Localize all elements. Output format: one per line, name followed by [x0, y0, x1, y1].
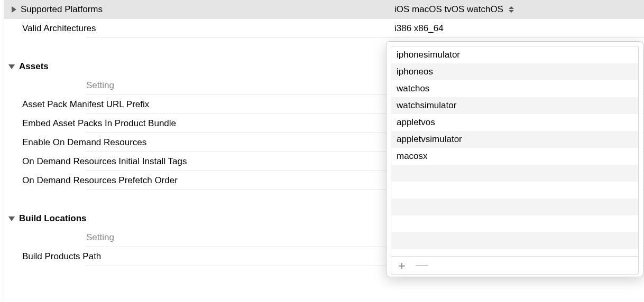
list-item[interactable]: iphoneos: [391, 63, 638, 80]
list-item-label: iphoneos: [397, 67, 433, 77]
chevron-down-icon[interactable]: [8, 64, 15, 69]
setting-column-header: Setting: [86, 80, 114, 91]
row-divider: [86, 37, 644, 38]
list-item[interactable]: appletvos: [391, 114, 638, 131]
list-item[interactable]: iphonesimulator: [391, 46, 638, 63]
list-item[interactable]: appletvsimulator: [391, 131, 638, 148]
list-item-empty: [391, 165, 638, 182]
setting-column-header: Setting: [86, 232, 114, 243]
section-title: Build Locations: [19, 213, 87, 224]
list-item-label: watchos: [397, 83, 429, 94]
setting-value[interactable]: iOS macOS tvOS watchOS: [394, 4, 503, 15]
list-item-empty: [391, 199, 638, 215]
platforms-list[interactable]: iphonesimulator iphoneos watchos watchsi…: [391, 46, 639, 257]
list-item-label: appletvsimulator: [397, 134, 462, 145]
list-item[interactable]: macosx: [391, 148, 638, 165]
chevron-down-icon[interactable]: [8, 216, 15, 221]
setting-label: Embed Asset Packs In Product Bundle: [22, 118, 176, 129]
row-supported-platforms[interactable]: Supported Platforms iOS macOS tvOS watch…: [4, 0, 644, 19]
list-item-empty: [391, 215, 638, 232]
left-gutter: [0, 0, 4, 302]
section-title: Assets: [19, 61, 49, 72]
list-item-empty: [391, 182, 638, 199]
setting-label: Asset Pack Manifest URL Prefix: [22, 99, 149, 110]
setting-label: On Demand Resources Initial Install Tags: [22, 156, 187, 167]
chevron-right-icon[interactable]: [12, 6, 16, 13]
list-item-label: iphonesimulator: [397, 50, 460, 60]
setting-label: Enable On Demand Resources: [22, 137, 146, 148]
list-item-label: macosx: [397, 151, 428, 162]
setting-label: Build Products Path: [22, 251, 101, 262]
list-item-label: appletvos: [397, 117, 435, 128]
popover-toolbar: ＋ —: [391, 257, 639, 275]
stepper-icon[interactable]: [508, 6, 515, 13]
row-valid-architectures[interactable]: Valid Architectures i386 x86_64: [4, 19, 644, 38]
minus-icon[interactable]: —: [417, 259, 427, 270]
setting-label: Supported Platforms: [21, 4, 103, 15]
plus-icon[interactable]: ＋: [397, 260, 407, 271]
list-item-empty: [391, 232, 638, 249]
setting-label: Valid Architectures: [22, 23, 96, 34]
setting-label: On Demand Resources Prefetch Order: [22, 175, 178, 186]
setting-value[interactable]: i386 x86_64: [394, 23, 444, 34]
list-item[interactable]: watchsimulator: [391, 97, 638, 114]
platforms-popover: iphonesimulator iphoneos watchos watchsi…: [386, 41, 643, 277]
list-item-label: watchsimulator: [397, 100, 456, 111]
list-item[interactable]: watchos: [391, 80, 638, 97]
